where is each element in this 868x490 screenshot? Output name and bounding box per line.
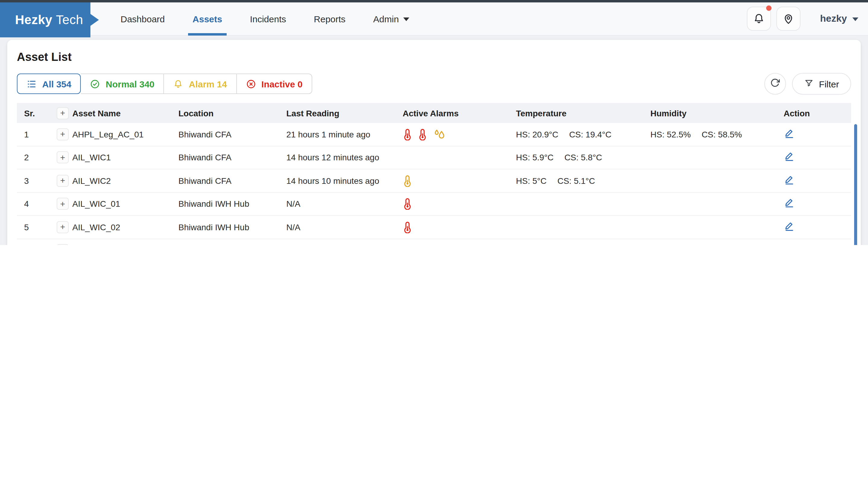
row-sr: 2 — [17, 153, 57, 162]
hs-value: HS: 20.9°C — [516, 130, 558, 139]
cs-value: CS: 5.8°C — [564, 153, 602, 162]
location-button[interactable] — [776, 7, 800, 31]
column-header-asset-name: Asset Name — [72, 108, 179, 118]
thermometer-alarm-icon — [403, 198, 412, 210]
filter-normal-button[interactable]: Normal 340 — [81, 73, 164, 94]
edit-asset-button[interactable] — [784, 174, 795, 187]
header-actions: hezky — [747, 7, 868, 31]
thermometer-alarm-icon — [403, 175, 412, 187]
column-header-location: Location — [179, 108, 286, 118]
brand-logo[interactable]: Hezky Tech — [0, 2, 99, 37]
expand-row-button[interactable]: + — [57, 175, 69, 187]
table-toolbar: Filter — [764, 73, 851, 95]
app: Hezky Tech Dashboard Assets Incidents Re… — [0, 0, 868, 245]
table-row: 4+AIL_WIC_01Bhiwandi IWH HubN/A — [17, 192, 851, 216]
asset-location: Bhiwandi CFA — [179, 130, 286, 139]
edit-pencil-icon — [784, 151, 795, 164]
table-row: 6+AHPL_WIC1Bhiwandi CFA14 hours 14 minut… — [17, 239, 851, 245]
expand-row-button[interactable]: + — [57, 244, 69, 245]
edit-pencil-icon — [784, 174, 795, 187]
asset-name: AIL_WIC_01 — [72, 199, 179, 209]
controls-row: All 354 Normal 340 — [17, 73, 851, 94]
notification-dot-badge — [766, 5, 771, 11]
expand-row-button[interactable]: + — [57, 152, 69, 164]
hs-value: HS: 5.9°C — [516, 153, 554, 162]
column-header-sr: Sr. — [17, 108, 57, 118]
active-alarms — [403, 221, 516, 233]
filter-all-button[interactable]: All 354 — [17, 73, 81, 94]
refresh-button[interactable] — [764, 73, 786, 95]
top-navbar: Hezky Tech Dashboard Assets Incidents Re… — [0, 2, 868, 36]
nav-item-dashboard[interactable]: Dashboard — [121, 2, 165, 35]
edit-pencil-icon — [784, 221, 795, 234]
chevron-down-icon — [403, 18, 409, 21]
row-sr: 4 — [17, 199, 57, 209]
active-alarms — [403, 198, 516, 210]
notifications-button[interactable] — [747, 7, 771, 31]
expand-row-button[interactable]: + — [57, 221, 69, 233]
row-sr: 1 — [17, 130, 57, 139]
thermometer-alarm-icon — [403, 221, 412, 233]
edit-pencil-icon — [784, 197, 795, 211]
nav-item-assets[interactable]: Assets — [193, 2, 222, 35]
refresh-icon — [770, 78, 780, 90]
filter-button[interactable]: Filter — [792, 73, 851, 95]
edit-asset-button[interactable] — [784, 128, 795, 141]
last-reading: N/A — [286, 199, 403, 209]
edit-asset-button[interactable] — [784, 244, 795, 245]
bell-icon — [752, 13, 765, 25]
edit-asset-button[interactable] — [784, 151, 795, 164]
row-sr: 3 — [17, 176, 57, 186]
edit-asset-button[interactable] — [784, 221, 795, 234]
funnel-icon — [804, 78, 813, 90]
asset-location: Bhiwandi IWH Hub — [179, 199, 286, 209]
edit-asset-button[interactable] — [784, 197, 795, 211]
asset-name: AIL_WIC_02 — [72, 222, 179, 232]
table-row: 5+AIL_WIC_02Bhiwandi IWH HubN/A — [17, 216, 851, 239]
check-circle-icon — [90, 79, 100, 89]
last-reading: 14 hours 12 minutes ago — [286, 153, 403, 162]
table-row: 2+AIL_WIC1Bhiwandi CFA14 hours 12 minute… — [17, 146, 851, 170]
brand-name-light: Tech — [56, 13, 83, 27]
table-header: Sr. + Asset Name Location Last Reading A… — [17, 103, 851, 123]
username: hezky — [820, 13, 847, 24]
nav-item-admin[interactable]: Admin — [373, 2, 409, 35]
cs-value: CS: 58.5% — [702, 130, 742, 139]
nav-item-incidents[interactable]: Incidents — [250, 2, 286, 35]
hs-value: HS: 5°C — [516, 176, 547, 186]
asset-name: AIL_WIC2 — [72, 176, 179, 186]
asset-location: Bhiwandi CFA — [179, 153, 286, 162]
column-header-humidity: Humidity — [650, 108, 784, 118]
filter-alarm-button[interactable]: Alarm 14 — [164, 73, 237, 94]
page-body: Asset List All 354 — [0, 36, 868, 245]
top-strip — [0, 0, 868, 2]
expand-row-button[interactable]: + — [57, 128, 69, 141]
humidity-alarm-icon — [433, 128, 446, 141]
chevron-down-icon — [852, 18, 858, 21]
temperature-values: HS: 5.9°CCS: 5.8°C — [516, 153, 650, 162]
column-header-active-alarms: Active Alarms — [403, 108, 516, 118]
last-reading: N/A — [286, 222, 403, 232]
humidity-values: HS: 52.5%CS: 58.5% — [650, 130, 784, 139]
active-alarms — [403, 128, 516, 141]
bell-icon — [173, 79, 184, 89]
status-filter-group: All 354 Normal 340 — [17, 73, 312, 94]
main-nav: Dashboard Assets Incidents Reports Admin — [121, 2, 409, 35]
cs-value: CS: 5.1°C — [557, 176, 595, 186]
asset-name: AHPL_Leg_AC_01 — [72, 130, 179, 139]
last-reading: 14 hours 10 minutes ago — [286, 176, 403, 186]
temperature-values: HS: 5°CCS: 5.1°C — [516, 176, 650, 186]
filter-inactive-button[interactable]: Inactive 0 — [237, 73, 312, 94]
nav-item-reports[interactable]: Reports — [314, 2, 345, 35]
table-row: 3+AIL_WIC2Bhiwandi CFA14 hours 10 minute… — [17, 170, 851, 192]
active-alarms — [403, 175, 516, 187]
list-icon — [27, 79, 37, 89]
expand-row-button[interactable]: + — [57, 198, 69, 210]
edit-pencil-icon — [784, 244, 795, 245]
expand-all-button[interactable]: + — [57, 107, 69, 119]
column-header-action: Action — [784, 108, 851, 118]
asset-name: AIL_WIC1 — [72, 153, 179, 162]
vertical-scrollbar[interactable] — [854, 124, 857, 245]
user-menu[interactable]: hezky — [820, 13, 858, 24]
table-row: 1+AHPL_Leg_AC_01Bhiwandi CFA21 hours 1 m… — [17, 123, 851, 146]
